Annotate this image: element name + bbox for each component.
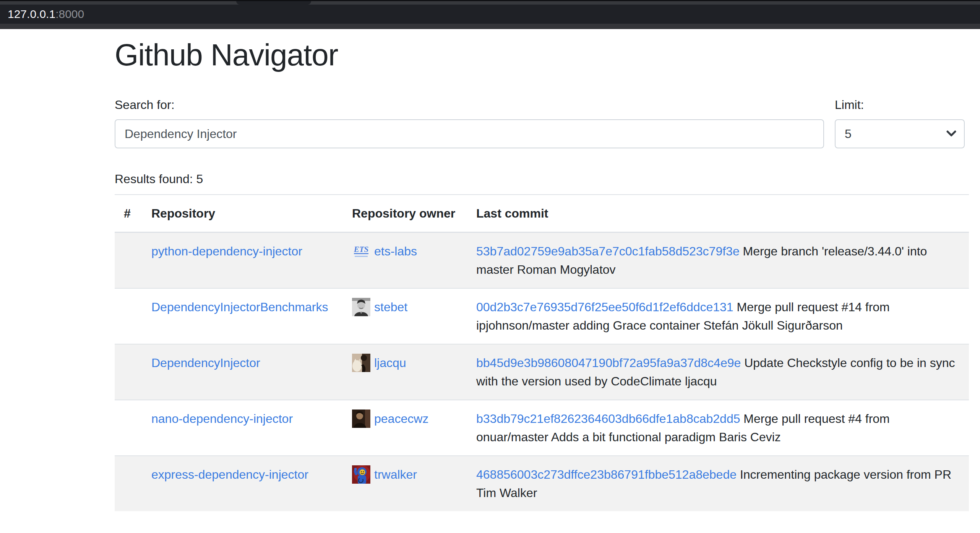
row-index — [115, 232, 142, 289]
table-row: DependencyInjectorBenchmarks stebet — [115, 288, 969, 344]
limit-select[interactable]: 5 — [835, 119, 965, 148]
limit-select-wrap: 5 — [835, 119, 965, 148]
limit-group: Limit: 5 — [835, 96, 965, 148]
search-form: Search for: Limit: 5 — [115, 96, 969, 148]
repository-link[interactable]: DependencyInjectorBenchmarks — [151, 300, 328, 314]
commit-hash-link[interactable]: 00d2b3c7e76935d76f25ee50f6d1f2ef6ddce131 — [476, 300, 733, 314]
row-index — [115, 456, 142, 511]
table-row: DependencyInjector ljacqu — [115, 344, 969, 400]
repository-link[interactable]: nano-dependency-injector — [151, 412, 293, 426]
table-row: nano-dependency-injector peacecwz — [115, 400, 969, 456]
header-owner: Repository owner — [343, 195, 467, 232]
avatar-trwalker — [352, 465, 370, 484]
owner-link[interactable]: ljacqu — [374, 354, 406, 372]
svg-text:ETS: ETS — [354, 245, 369, 254]
url-host: 127.0.0.1 — [8, 8, 55, 21]
header-commit: Last commit — [467, 195, 969, 232]
header-index: # — [115, 195, 142, 232]
owner-link[interactable]: trwalker — [374, 465, 417, 484]
row-index — [115, 400, 142, 456]
commit-hash-link[interactable]: b33db79c21ef8262364603db66dfe1ab8cab2dd5 — [476, 412, 740, 426]
browser-topbar: 127.0.0.1:8000 — [0, 0, 980, 29]
avatar-ljacqu — [352, 354, 370, 372]
repository-link[interactable]: DependencyInjector — [151, 356, 260, 370]
table-header: # Repository Repository owner Last commi… — [115, 195, 969, 232]
avatar-peacecwz — [352, 410, 370, 428]
page-container: Github Navigator Search for: Limit: 5 Re… — [115, 29, 969, 511]
row-index — [115, 344, 142, 400]
search-group: Search for: — [115, 96, 824, 148]
page-title: Github Navigator — [115, 37, 969, 73]
avatar-ets-labs: ETS — [352, 242, 370, 260]
avatar-stebet — [352, 298, 370, 316]
repository-link[interactable]: express-dependency-injector — [151, 468, 308, 481]
row-index — [115, 288, 142, 344]
table-row: express-dependency-injector — [115, 456, 969, 511]
owner-link[interactable]: stebet — [374, 298, 407, 316]
search-label: Search for: — [115, 96, 824, 114]
topbar-bottom-strip — [0, 24, 980, 29]
browser-url-bar[interactable]: 127.0.0.1:8000 — [0, 5, 980, 24]
commit-hash-link[interactable]: bb45d9e3b98608047190bf72a95fa9a37d8c4e9e — [476, 356, 741, 370]
commit-hash-link[interactable]: 468856003c273dffce23b86791fbbe512a8ebede — [476, 468, 737, 481]
header-repository: Repository — [142, 195, 343, 232]
limit-label: Limit: — [835, 96, 965, 114]
url-port: :8000 — [55, 8, 84, 21]
repository-link[interactable]: python-dependency-injector — [151, 244, 302, 258]
table-row: python-dependency-injector ETS ets-labs … — [115, 232, 969, 289]
search-input[interactable] — [115, 119, 824, 148]
owner-link[interactable]: peacecwz — [374, 410, 428, 428]
browser-tab-strip — [0, 1, 980, 5]
results-summary: Results found: 5 — [115, 170, 969, 188]
results-table: # Repository Repository owner Last commi… — [115, 194, 969, 511]
owner-link[interactable]: ets-labs — [374, 242, 417, 260]
browser-active-tab[interactable] — [236, 1, 311, 5]
commit-hash-link[interactable]: 53b7ad02759e9ab35a7e7c0c1fab58d523c79f3e — [476, 244, 740, 258]
